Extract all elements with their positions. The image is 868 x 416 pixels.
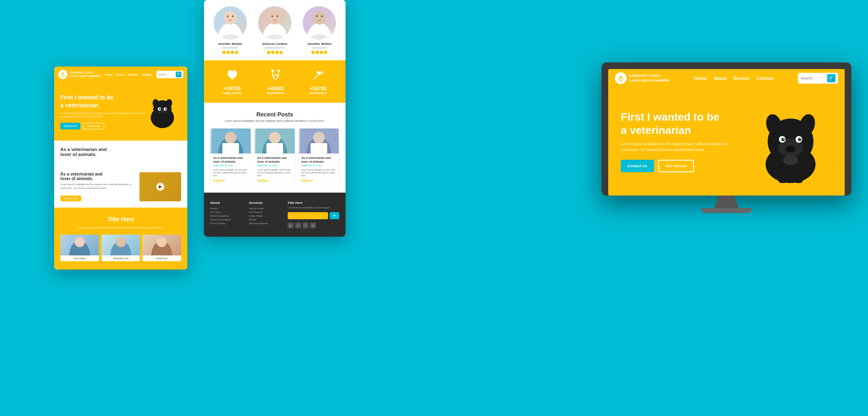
mobile-card-3: Dental Care: [142, 235, 181, 261]
mobile-cards-row: Vata Conteu Vaccinalion Care Dental Care: [60, 235, 181, 261]
mobile-card-2: Vaccinalion Care: [102, 235, 140, 261]
svg-point-41: [225, 132, 236, 144]
desktop-nav-contact[interactable]: Contact: [756, 76, 773, 81]
desktop-contact-button[interactable]: Contact Us: [621, 160, 654, 172]
footer-about-link-1[interactable]: History: [210, 207, 245, 210]
footer-about-link-4[interactable]: Terms & Condition: [210, 218, 245, 221]
desktop-mockup: COMPANY LOGO Lorem ipsum available Home …: [602, 62, 851, 213]
team-card-1: Jennifer Mullen VETERINARY: [210, 6, 250, 54]
footer-facebook-icon[interactable]: f: [295, 223, 301, 228]
stat-department: +45382 Departament: [267, 69, 285, 94]
footer-services-link-1[interactable]: How to Order: [249, 207, 284, 210]
team-section: Jennifer Mullen VETERINARY: [204, 0, 346, 60]
post-date-2: FEBRUARY 11, 2020: [257, 164, 292, 167]
desktop-logo-icon: [615, 72, 627, 84]
posts-grid: As a veterinarian and lover of animals. …: [210, 128, 339, 184]
svg-point-22: [227, 15, 229, 17]
post-read-more-3[interactable]: Read More+: [301, 179, 336, 181]
desktop-service-button[interactable]: Our Service: [658, 160, 694, 172]
mobile-nav-links: Home About Service Contact: [104, 73, 153, 76]
mobile-service-button[interactable]: Our Service: [83, 123, 104, 129]
svg-point-2: [64, 75, 65, 76]
post-excerpt-2: Lorem ipsum available, but the majo the …: [257, 168, 292, 177]
svg-rect-67: [778, 171, 787, 183]
footer-services-link-3[interactable]: Order Status: [249, 215, 284, 217]
mobile-nav-contact[interactable]: Contact: [142, 73, 152, 76]
desktop-logo-text: COMPANY LOGO Lorem ipsum available: [629, 74, 669, 83]
mobile-nav-about[interactable]: About: [116, 73, 124, 76]
svg-point-3: [62, 76, 64, 77]
footer-twitter-icon[interactable]: t: [303, 223, 308, 228]
mobile-nav: COMPANY LOGO Lorem ipsum available Home …: [54, 67, 187, 82]
mobile-logo-text: COMPANY LOGO Lorem ipsum available: [69, 71, 100, 78]
mobile-video-section: As a veterinarian andlover of animals. L…: [54, 166, 187, 208]
team-photo-2: [258, 6, 291, 40]
desktop-search-button[interactable]: 🔍: [827, 74, 836, 82]
stat-vaccinations-label: Vaccinations: [309, 92, 327, 94]
team-name-3: Jennifer Mullen: [300, 42, 339, 46]
monitor-screen: COMPANY LOGO Lorem ipsum available Home …: [608, 69, 845, 196]
footer-about-link-5[interactable]: Privacy Policy: [210, 222, 245, 225]
footer-services-link-5[interactable]: Payment Method: [249, 222, 284, 225]
footer-about-link-3[interactable]: Brand Guidelines: [210, 215, 245, 217]
mobile-search-button[interactable]: 🔍: [176, 72, 182, 77]
post-excerpt-1: Lorem ipsum available, but the majo the …: [213, 168, 248, 177]
mobile-card-2-image: [102, 235, 140, 255]
mobile-hero-text: First I wanted to be a veterinarian Lore…: [60, 94, 148, 129]
svg-point-66: [800, 138, 801, 139]
footer-services-link-4[interactable]: Promo: [249, 218, 284, 221]
desktop-search-input[interactable]: [801, 76, 826, 80]
footer-social-icons: ⊙ f t in: [288, 223, 339, 228]
mobile-card-1: Vata Conteu: [60, 235, 99, 261]
stat-vaccinations-number: +54782: [309, 86, 327, 92]
post-title-2: As a veterinarian and lover of animals.: [257, 156, 292, 163]
mobile-card-1-image: [60, 235, 99, 255]
footer-linkedin-icon[interactable]: in: [310, 223, 316, 228]
svg-rect-42: [222, 143, 239, 154]
mobile-our-service-button[interactable]: Our Service: [60, 196, 81, 201]
team-role-3: VETERINARY: [300, 47, 339, 49]
footer-instagram-icon[interactable]: ⊙: [288, 223, 293, 228]
stethoscope-icon: [267, 69, 285, 83]
team-stars-1: [210, 51, 250, 54]
post-image-1: [211, 129, 251, 154]
post-card-1-body: As a veterinarian and lover of animals. …: [211, 154, 251, 184]
svg-point-23: [232, 15, 234, 17]
team-name-1: Jennifer Mullen: [210, 42, 250, 46]
svg-line-37: [320, 71, 322, 73]
mobile-vet-section: As a veterinarian andlover of animals.: [54, 141, 187, 166]
post-title-1: As a veterinarian and lover of animals.: [213, 156, 248, 163]
mobile-video-thumbnail[interactable]: ▶: [139, 172, 181, 201]
post-card-2-body: As a veterinarian and lover of animals. …: [255, 154, 295, 184]
desktop-nav-about[interactable]: About: [714, 76, 727, 81]
play-button[interactable]: ▶: [156, 183, 164, 191]
mobile-search-input[interactable]: [158, 73, 175, 76]
post-image-3: [299, 129, 339, 154]
stat-department-number: +45382: [267, 86, 285, 92]
desktop-nav-home[interactable]: Home: [694, 76, 707, 81]
mobile-nav-home[interactable]: Home: [104, 73, 112, 76]
mobile-hero: First I wanted to be a veterinarian Lore…: [54, 82, 187, 141]
footer-about-col: About History Our Team Brand Guidelines …: [210, 201, 245, 228]
mobile-nav-service[interactable]: Service: [128, 73, 138, 76]
footer-newsletter-text: Lorem ipsum available, but the majorit: [288, 206, 339, 209]
mobile-hero-title: First I wanted to be a veterinarian: [60, 94, 148, 109]
mobile-yellow-section: Title Here Lorem ipsum available, but th…: [54, 208, 187, 270]
footer-about-link-2[interactable]: Our Team: [210, 211, 245, 213]
desktop-nav-service[interactable]: Service: [734, 76, 750, 81]
footer-email-input[interactable]: [288, 212, 328, 219]
footer-email-submit-button[interactable]: ➤: [330, 212, 339, 219]
footer-services-link-2[interactable]: Our Product: [249, 211, 284, 213]
mobile-card-3-label: Dental Care: [142, 255, 181, 261]
svg-point-69: [783, 155, 798, 165]
monitor-frame: COMPANY LOGO Lorem ipsum available Home …: [602, 62, 851, 196]
desktop-search-box: 🔍: [798, 73, 838, 84]
post-date-1: FEBRUARY 20, 2020: [213, 164, 248, 167]
desktop-hero-title: First I wanted to be a veterinarian: [621, 111, 749, 136]
mobile-hero-subtitle: Lorem ipsum available but the majority h…: [60, 111, 148, 119]
recent-posts-title: Recent Posts: [210, 111, 339, 118]
desktop-logo-area: COMPANY LOGO Lorem ipsum available: [615, 72, 669, 84]
post-read-more-2[interactable]: Read More+: [257, 179, 292, 181]
post-read-more-1[interactable]: Read More+: [213, 179, 248, 181]
mobile-contact-button[interactable]: Contact Us: [60, 123, 80, 129]
